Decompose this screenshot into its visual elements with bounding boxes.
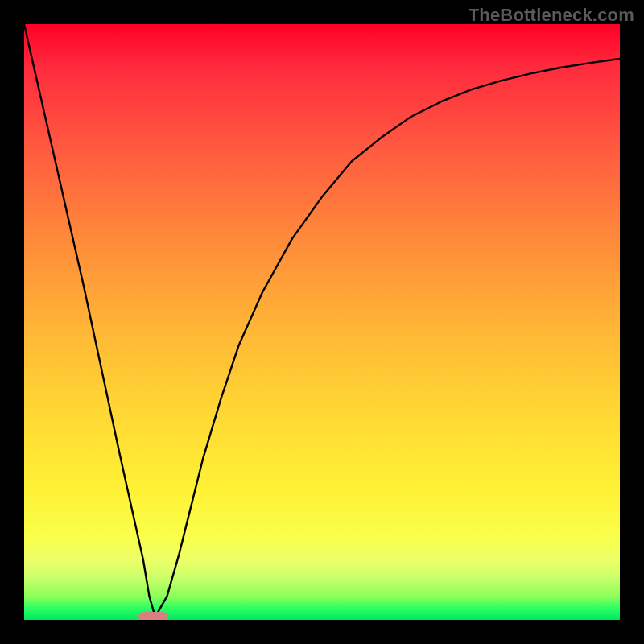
brand-watermark: TheBottleneck.com bbox=[469, 5, 634, 26]
plot-area bbox=[24, 24, 620, 620]
chart-frame: TheBottleneck.com bbox=[0, 0, 644, 644]
curve-path bbox=[24, 24, 620, 617]
bottleneck-curve bbox=[24, 24, 620, 620]
